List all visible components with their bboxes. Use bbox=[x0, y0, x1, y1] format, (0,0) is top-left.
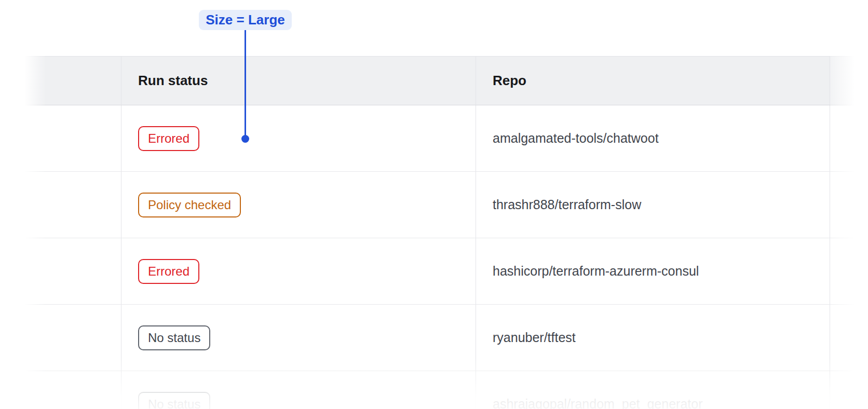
row-gutter-cell bbox=[25, 238, 121, 304]
status-badge: No status bbox=[138, 392, 210, 409]
table-row[interactable]: Errored hashicorp/terraform-azurerm-cons… bbox=[25, 238, 868, 305]
row-repo-cell: hashicorp/terraform-azurerm-consul bbox=[476, 238, 830, 304]
table-row[interactable]: No status ashrajagopal/random_pet_genera… bbox=[25, 371, 868, 409]
status-badge: No status bbox=[138, 325, 210, 350]
row-status-cell: No status bbox=[121, 305, 476, 371]
row-status-cell: Errored bbox=[121, 105, 476, 171]
row-peek-cell bbox=[830, 238, 868, 304]
repo-column-label: Repo bbox=[493, 73, 526, 89]
callout-pointer-line bbox=[245, 30, 246, 139]
header-cell-repo: Repo bbox=[476, 57, 830, 105]
table-body: Errored amalgamated-tools/chatwoot Polic… bbox=[25, 105, 868, 409]
screenshot-canvas: Run status Repo Errored amalgamated-tool… bbox=[0, 0, 868, 409]
status-badge: Errored bbox=[138, 126, 199, 151]
repo-cell-text: hashicorp/terraform-azurerm-consul bbox=[493, 264, 699, 279]
table-row[interactable]: No status ryanuber/tftest bbox=[25, 305, 868, 371]
callout-pointer-dot bbox=[241, 135, 249, 143]
repo-cell-text: thrashr888/terraform-slow bbox=[493, 197, 641, 212]
header-cell-gutter bbox=[25, 57, 121, 105]
row-status-cell: Errored bbox=[121, 238, 476, 304]
row-gutter-cell bbox=[25, 172, 121, 238]
run-status-column-label: Run status bbox=[138, 73, 208, 89]
repo-cell-text: ryanuber/tftest bbox=[493, 330, 576, 345]
repo-cell-text: ashrajagopal/random_pet_generator bbox=[493, 397, 702, 409]
row-peek-cell bbox=[830, 172, 868, 238]
table-header-row: Run status Repo bbox=[25, 56, 868, 105]
size-large-callout: Size = Large bbox=[199, 10, 292, 30]
header-cell-peek bbox=[830, 57, 868, 105]
row-repo-cell: ashrajagopal/random_pet_generator bbox=[476, 371, 830, 409]
row-gutter-cell bbox=[25, 371, 121, 409]
row-peek-cell bbox=[830, 305, 868, 371]
status-badge: Errored bbox=[138, 259, 199, 284]
row-status-cell: No status bbox=[121, 371, 476, 409]
table-row[interactable]: Errored amalgamated-tools/chatwoot bbox=[25, 105, 868, 172]
row-status-cell: Policy checked bbox=[121, 172, 476, 238]
row-peek-cell bbox=[830, 371, 868, 409]
table-row[interactable]: Policy checked thrashr888/terraform-slow bbox=[25, 172, 868, 238]
status-badge: Policy checked bbox=[138, 193, 241, 217]
row-gutter-cell bbox=[25, 305, 121, 371]
row-repo-cell: amalgamated-tools/chatwoot bbox=[476, 105, 830, 171]
row-gutter-cell bbox=[25, 105, 121, 171]
runs-table: Run status Repo Errored amalgamated-tool… bbox=[25, 56, 868, 409]
repo-cell-text: amalgamated-tools/chatwoot bbox=[493, 131, 659, 146]
row-peek-cell bbox=[830, 105, 868, 171]
header-cell-run-status: Run status bbox=[121, 57, 476, 105]
row-repo-cell: thrashr888/terraform-slow bbox=[476, 172, 830, 238]
row-repo-cell: ryanuber/tftest bbox=[476, 305, 830, 371]
